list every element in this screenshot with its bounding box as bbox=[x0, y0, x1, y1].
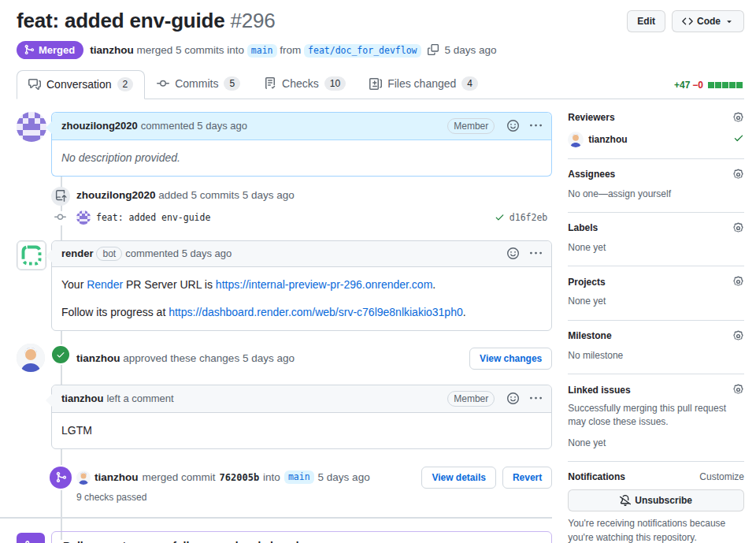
comment-meta: commented 5 days ago bbox=[125, 247, 232, 259]
head-branch-label[interactable]: feat/doc_for_devflow bbox=[304, 44, 421, 58]
assignees-gear-icon[interactable] bbox=[732, 169, 744, 180]
pr-status-row: Merged tianzhou merged 5 commits into ma… bbox=[17, 41, 744, 59]
copy-branch-icon[interactable] bbox=[428, 44, 439, 55]
comment-header: render bot commented 5 days ago bbox=[52, 241, 551, 267]
linked-issues-gear-icon[interactable] bbox=[732, 384, 744, 396]
dashboard-url-link[interactable]: https://dashboard.render.com/web/srv-c76… bbox=[169, 306, 463, 318]
diffstat: +47 −0 bbox=[674, 80, 743, 99]
projects-empty-text: None yet bbox=[568, 295, 744, 308]
sidebar: Reviewers tianzhou Assignees No one—assi… bbox=[568, 112, 744, 543]
merger-link[interactable]: tianzhou bbox=[94, 471, 139, 483]
description-comment: zhouzilong2020 commented 5 days ago Memb… bbox=[17, 112, 552, 177]
edit-button[interactable]: Edit bbox=[627, 10, 665, 32]
assignees-empty-text[interactable]: No one—assign yourself bbox=[568, 188, 744, 201]
git-merge-icon bbox=[24, 44, 35, 55]
target-branch-label[interactable]: main bbox=[284, 470, 314, 484]
milestone-title: Milestone bbox=[568, 330, 611, 341]
file-diff-icon bbox=[369, 77, 382, 90]
pr-title-text: feat: added env-guide bbox=[17, 9, 225, 32]
comment-box: render bot commented 5 days ago Your Ren… bbox=[51, 240, 552, 331]
render-home-link[interactable]: Render bbox=[87, 278, 123, 291]
commit-message-link[interactable]: feat: added env-guide bbox=[96, 212, 210, 223]
render-line-2: Follow its progress at https://dashboard… bbox=[61, 304, 542, 321]
merger-avatar[interactable] bbox=[76, 470, 91, 485]
base-branch-label[interactable]: main bbox=[247, 44, 277, 58]
avatar-render-bot[interactable] bbox=[17, 240, 46, 270]
diffstat-blocks bbox=[708, 82, 743, 88]
comment-header: tianzhou left a comment Member bbox=[52, 385, 551, 413]
view-changes-button[interactable]: View changes bbox=[469, 348, 552, 370]
notifications-title: Notifications bbox=[568, 471, 625, 482]
kebab-menu-icon[interactable] bbox=[530, 247, 542, 259]
tab-conversation[interactable]: Conversation 2 bbox=[17, 70, 145, 99]
checks-count: 10 bbox=[324, 76, 346, 91]
merged-banner-title: Pull request successfully merged and clo… bbox=[63, 540, 382, 543]
tab-files-changed[interactable]: Files changed 4 bbox=[358, 69, 490, 99]
title-row: feat: added env-guide #296 Edit Code bbox=[17, 8, 744, 34]
reviewer-name-link[interactable]: tianzhou bbox=[588, 134, 627, 145]
labels-section: Labels None yet bbox=[568, 213, 744, 266]
kebab-menu-icon[interactable] bbox=[530, 392, 542, 404]
commits-added-event: zhouzilong2020 added 5 commits 5 days ag… bbox=[17, 189, 552, 201]
check-icon bbox=[495, 212, 505, 222]
approved-check-icon bbox=[52, 346, 69, 363]
linked-issues-title: Linked issues bbox=[568, 385, 630, 396]
pr-tabbar: Conversation 2 Commits 5 Checks 10 Files… bbox=[17, 69, 744, 99]
avatar-tianzhou[interactable] bbox=[17, 344, 45, 372]
reviewer-avatar[interactable] bbox=[568, 132, 584, 147]
merge-author-link[interactable]: tianzhou bbox=[90, 44, 134, 56]
comment-author-link[interactable]: zhouzilong2020 bbox=[61, 120, 138, 132]
merged-banner-text: Pull request successfully merged and clo… bbox=[63, 540, 382, 543]
projects-gear-icon[interactable] bbox=[732, 276, 744, 288]
comment-author-link[interactable]: tianzhou bbox=[61, 392, 103, 404]
avatar-zhouzilong2020[interactable] bbox=[17, 112, 46, 142]
git-commit-icon bbox=[54, 211, 66, 225]
code-button[interactable]: Code bbox=[672, 10, 744, 32]
comment-meta: left a comment bbox=[106, 392, 173, 404]
chevron-down-icon bbox=[724, 17, 734, 26]
kebab-menu-icon[interactable] bbox=[530, 120, 542, 132]
milestone-gear-icon[interactable] bbox=[732, 330, 744, 342]
preview-url-link[interactable]: https://internal-preview-pr-296.onrender… bbox=[216, 278, 432, 291]
linked-issues-empty-text: None yet bbox=[568, 437, 744, 450]
comment-header: zhouzilong2020 commented 5 days ago Memb… bbox=[52, 113, 551, 140]
reaction-smiley-icon[interactable] bbox=[507, 120, 519, 132]
unsubscribe-button[interactable]: Unsubscribe bbox=[568, 489, 744, 511]
reaction-smiley-icon[interactable] bbox=[507, 392, 519, 404]
customize-link[interactable]: Customize bbox=[699, 471, 744, 482]
commits-count: 5 bbox=[224, 76, 240, 91]
tab-commits[interactable]: Commits 5 bbox=[145, 69, 252, 99]
approval-event: tianzhou approved these changes 5 days a… bbox=[17, 344, 552, 374]
view-details-button[interactable]: View details bbox=[421, 467, 495, 489]
comment-body: Your Render PR Server URL is https://int… bbox=[52, 267, 551, 330]
commit-author-avatar[interactable] bbox=[76, 210, 91, 225]
merged-banner-box: Pull request successfully merged and clo… bbox=[51, 531, 552, 543]
comment-body: No description provided. bbox=[52, 140, 551, 176]
comment-author-link[interactable]: render bbox=[61, 247, 93, 259]
approved-check-icon bbox=[733, 132, 744, 146]
reviewers-gear-icon[interactable] bbox=[732, 112, 744, 124]
reviewers-section: Reviewers tianzhou bbox=[568, 112, 744, 159]
comment-box: tianzhou left a comment Member LGTM bbox=[51, 385, 552, 449]
projects-section: Projects None yet bbox=[568, 266, 744, 320]
merged-state-badge: Merged bbox=[17, 41, 83, 59]
merged-sha[interactable]: 762005b bbox=[220, 472, 260, 483]
merged-banner: Pull request successfully merged and clo… bbox=[17, 531, 552, 543]
files-changed-count: 4 bbox=[461, 76, 478, 91]
commit-sha-link[interactable]: d16f2eb bbox=[510, 212, 547, 223]
member-badge: Member bbox=[447, 118, 495, 134]
approver-link[interactable]: tianzhou bbox=[76, 352, 120, 364]
bot-badge: bot bbox=[96, 247, 122, 261]
reaction-smiley-icon[interactable] bbox=[507, 247, 519, 259]
revert-button[interactable]: Revert bbox=[502, 467, 552, 489]
labels-gear-icon[interactable] bbox=[732, 222, 744, 234]
event-author-link[interactable]: zhouzilong2020 bbox=[76, 189, 156, 201]
member-badge: Member bbox=[447, 391, 495, 407]
tab-checks[interactable]: Checks 10 bbox=[252, 69, 358, 99]
merge-summary: tianzhou merged 5 commits into main from… bbox=[90, 44, 421, 56]
pr-header: feat: added env-guide #296 Edit Code Mer… bbox=[17, 8, 744, 59]
render-line-1: Your Render PR Server URL is https://int… bbox=[61, 277, 542, 293]
labels-title: Labels bbox=[568, 222, 598, 233]
labels-empty-text: None yet bbox=[568, 241, 744, 255]
git-merge-icon bbox=[50, 467, 72, 489]
